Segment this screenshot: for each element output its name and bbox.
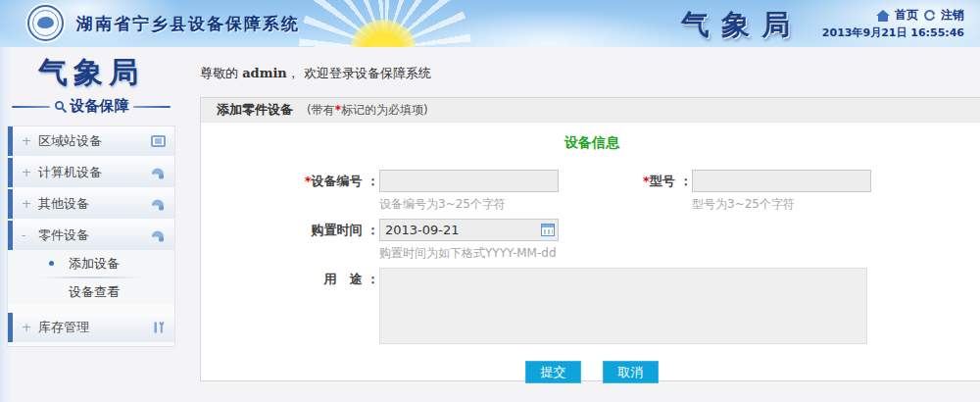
device-no-label: *设备编号 ： xyxy=(299,173,379,190)
expand-plus-icon: + xyxy=(22,321,29,334)
form-row-1: *设备编号 ： *型号 ： xyxy=(299,170,980,192)
purchase-time-input[interactable] xyxy=(379,219,559,241)
add-part-panel: 添加零件设备 (带有*标记的为必填项) 设备信息 *设备编号 ： *型号 ： 设… xyxy=(200,97,980,381)
sidebar-item-label: 区域站设备 xyxy=(38,132,102,150)
sidebar-brand-subtitle-row: 设备保障 xyxy=(12,97,171,116)
datetime-display: 2013年9月21日 16:55:46 xyxy=(822,25,964,40)
search-icon xyxy=(54,100,68,114)
monitor-icon xyxy=(151,135,166,147)
system-title: 湖南省宁乡县设备保障系统 xyxy=(76,13,300,35)
panel-title: 添加零件设备 xyxy=(217,101,293,119)
home-icon[interactable] xyxy=(876,10,890,22)
expand-plus-icon: + xyxy=(22,166,29,179)
submenu-item-label: 添加设备 xyxy=(69,255,120,273)
sidebar-brand-title: 气象局 xyxy=(0,53,182,93)
active-bullet-icon xyxy=(49,261,54,266)
app-header: 湖南省宁乡县设备保障系统 气象局 首页 注销 2013年9月21日 16:55:… xyxy=(0,0,980,47)
device-no-input[interactable] xyxy=(379,170,559,192)
expand-plus-icon: + xyxy=(22,134,29,148)
sidebar-menu: + 区域站设备 + 计算机设备 + 其他设备 - 零件设备 xyxy=(7,126,175,347)
help-row-1: 设备编号为3~25个字符 型号为3~25个字符 xyxy=(299,196,980,213)
welcome-prefix: 尊敬的 xyxy=(200,66,238,80)
mouse-icon xyxy=(150,228,166,242)
sidebar-item-other[interactable]: + 其他设备 xyxy=(8,189,174,219)
section-title: 设备信息 xyxy=(201,134,980,152)
panel-header: 添加零件设备 (带有*标记的为必填项) xyxy=(201,98,980,123)
main-content: 尊敬的 admin， 欢迎登录设备保障系统 添加零件设备 (带有*标记的为必填项… xyxy=(182,47,980,402)
usage-textarea[interactable] xyxy=(379,268,867,344)
page-body: 气象局 设备保障 + 区域站设备 + xyxy=(0,47,980,402)
model-input[interactable] xyxy=(692,170,871,192)
button-row: 提交 取消 xyxy=(201,361,980,383)
welcome-username: admin xyxy=(242,66,287,80)
sidebar-item-inventory[interactable]: + 库存管理 xyxy=(8,313,174,342)
sidebar-brand-subtitle: 设备保障 xyxy=(71,97,129,116)
divider-line xyxy=(133,106,172,108)
welcome-message: 尊敬的 admin， 欢迎登录设备保障系统 xyxy=(200,65,980,82)
help-row-2: 购置时间为如下格式YYYY-MM-dd xyxy=(299,245,980,262)
submenu-item-label: 设备查看 xyxy=(69,283,120,301)
divider-line xyxy=(12,106,50,108)
purchase-time-field xyxy=(379,219,559,241)
tools-icon xyxy=(152,321,166,334)
logout-link[interactable]: 注销 xyxy=(941,7,964,24)
sidebar-item-region-station[interactable]: + 区域站设备 xyxy=(8,126,174,156)
purchase-time-label: 购置时间 ： xyxy=(299,222,379,239)
top-nav: 首页 注销 xyxy=(876,7,964,24)
panel-body: 设备信息 *设备编号 ： *型号 ： 设备编号为3~25个字符 型号为3~25个… xyxy=(201,134,980,383)
submenu-item-add-device[interactable]: 添加设备 xyxy=(8,250,174,276)
sidebar-item-computer[interactable]: + 计算机设备 xyxy=(8,158,174,187)
required-star: * xyxy=(643,174,650,188)
sidebar-item-parts[interactable]: - 零件设备 xyxy=(8,221,174,250)
home-link[interactable]: 首页 xyxy=(895,7,918,24)
logout-icon[interactable] xyxy=(923,9,936,22)
sidebar-brand: 气象局 设备保障 xyxy=(0,47,182,116)
usage-label: 用 途 ： xyxy=(299,268,379,288)
meteorology-logo xyxy=(27,5,64,41)
device-no-help: 设备编号为3~25个字符 xyxy=(379,196,657,213)
submenu-item-view-device[interactable]: 设备查看 xyxy=(8,278,174,305)
cancel-button[interactable]: 取消 xyxy=(603,361,659,383)
expand-plus-icon: + xyxy=(22,197,29,211)
required-note: (带有*标记的为必填项) xyxy=(307,102,428,119)
purchase-time-help: 购置时间为如下格式YYYY-MM-dd xyxy=(379,245,657,262)
bureau-title: 气象局 xyxy=(681,6,802,45)
collapse-minus-icon: - xyxy=(22,228,29,242)
mouse-icon xyxy=(150,197,166,211)
submit-button[interactable]: 提交 xyxy=(525,361,581,383)
form-row-2: 购置时间 ： xyxy=(299,219,980,241)
form-row-3: 用 途 ： xyxy=(299,268,980,344)
model-help: 型号为3~25个字符 xyxy=(692,196,795,213)
sidebar-item-label: 其他设备 xyxy=(38,195,89,213)
sidebar-item-label: 库存管理 xyxy=(38,319,89,336)
parts-submenu: 添加设备 设备查看 xyxy=(8,250,174,305)
sidebar-item-label: 计算机设备 xyxy=(38,164,102,181)
welcome-suffix: ， 欢迎登录设备保障系统 xyxy=(287,66,431,80)
calendar-icon[interactable] xyxy=(541,224,555,236)
mouse-icon xyxy=(150,166,166,179)
sidebar: 气象局 设备保障 + 区域站设备 + xyxy=(0,47,182,402)
sidebar-item-label: 零件设备 xyxy=(38,226,89,244)
model-label: *型号 ： xyxy=(643,173,692,190)
